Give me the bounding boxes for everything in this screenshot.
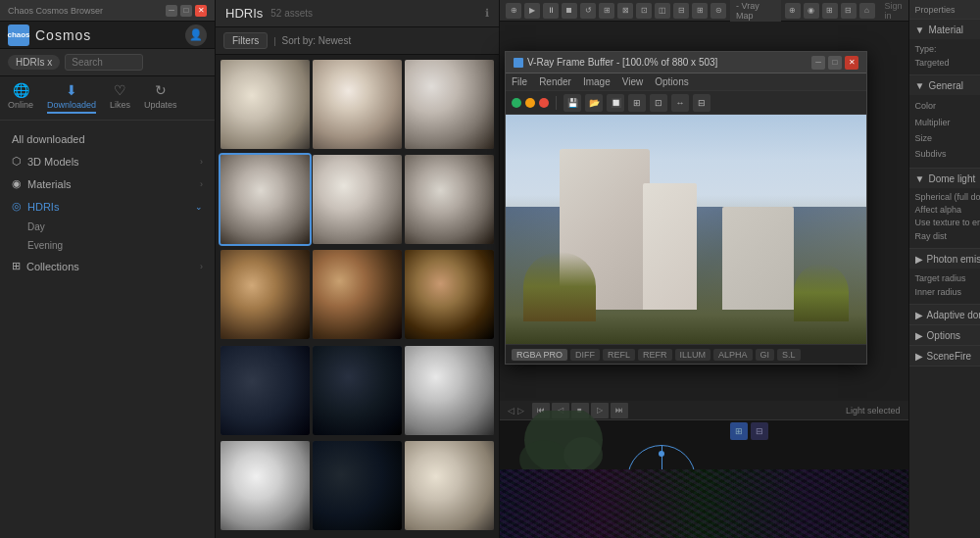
prop-dome-light-header[interactable]: ▼ Dome light (909, 169, 980, 188)
cosmos-tabs: 🌐 Online ⬇ Downloaded ♡ Likes ↻ Updates (0, 76, 215, 121)
hdri-item-selected[interactable] (220, 155, 310, 244)
sort-button[interactable]: Sort by: Newest (282, 35, 352, 46)
right-viewport-panel: ⊕ ▶ ⏸ ⏹ ↺ ⊞ ⊠ ⊡ ◫ ⊟ ⊞ ⊝ Collection - Vra… (500, 0, 908, 538)
vfb-maximize-button[interactable]: □ (828, 56, 842, 70)
prop-section-expand-icon: ▼ (915, 24, 925, 35)
phoenix-icon-9[interactable]: ◫ (655, 3, 670, 19)
viewport-btn-1[interactable]: ⊞ (730, 422, 748, 440)
hdri-item[interactable] (405, 346, 494, 435)
phoenix-right-icon-1[interactable]: ⊕ (785, 3, 801, 19)
channel-refr[interactable]: REFR (638, 349, 672, 361)
nav-sub-day[interactable]: Day (0, 218, 215, 236)
channel-alpha[interactable]: ALPHA (713, 349, 753, 361)
hdri-item[interactable] (220, 250, 310, 339)
hdri-item[interactable] (220, 60, 310, 149)
hdri-item[interactable] (313, 60, 402, 149)
vfb-tool-2[interactable]: 📂 (585, 94, 603, 112)
vfb-tool-4[interactable]: ⊞ (628, 94, 646, 112)
nav-3d-models[interactable]: ⬡ 3D Models › (0, 150, 215, 172)
nav-all-downloaded[interactable]: All downloaded (0, 128, 215, 150)
hdri-item[interactable] (220, 441, 310, 530)
vfb-menu-file[interactable]: File (512, 76, 527, 87)
channel-gi[interactable]: GI (756, 349, 775, 361)
vfb-tool-5[interactable]: ⊡ (650, 94, 667, 112)
prop-subdivs-row: Subdivs (915, 147, 980, 161)
hdris-toolbar: Filters | Sort by: Newest (216, 27, 499, 55)
sign-in-label[interactable]: Sign in (885, 1, 903, 21)
prop-dome-light-label: Dome light (928, 173, 975, 184)
cosmos-minimize-button[interactable]: ─ (166, 5, 177, 17)
hdri-item[interactable] (313, 155, 402, 244)
cosmos-close-button[interactable]: ✕ (195, 5, 207, 17)
phoenix-icon-8[interactable]: ⊡ (636, 3, 652, 19)
tab-likes[interactable]: ♡ Likes (110, 82, 130, 114)
vfb-menu-options[interactable]: Options (655, 76, 688, 87)
vfb-tool-6[interactable]: ↔ (671, 94, 689, 112)
cosmos-maximize-button[interactable]: □ (180, 5, 192, 17)
user-avatar[interactable]: 👤 (185, 24, 207, 46)
vfb-menu-render[interactable]: Render (539, 76, 571, 87)
prop-scenefire-header[interactable]: ▶ SceneFire (909, 346, 980, 366)
nav-materials[interactable]: ◉ Materials › (0, 172, 215, 195)
hdri-item[interactable] (220, 346, 310, 435)
vfb-tool-7[interactable]: ⊟ (693, 94, 710, 112)
vfb-menu-image[interactable]: Image (583, 76, 611, 87)
hdri-item[interactable] (405, 155, 494, 244)
prop-photon-header[interactable]: ▶ Photon emission (909, 249, 980, 269)
hdris-info-icon[interactable]: ℹ (485, 7, 489, 20)
phoenix-right-icon-5[interactable]: ⌂ (859, 3, 875, 19)
hdris-tag[interactable]: HDRIs x (8, 55, 60, 70)
prop-section-material-header[interactable]: ▼ Material (909, 20, 980, 39)
phoenix-icon-1[interactable]: ⊕ (506, 3, 521, 19)
prop-adaptive-header[interactable]: ▶ Adaptive dome (909, 305, 980, 324)
hdri-item[interactable] (405, 441, 494, 530)
prop-options-header[interactable]: ▶ Options (909, 325, 980, 345)
phoenix-icon-12[interactable]: ⊝ (710, 3, 726, 19)
phoenix-right-icon-3[interactable]: ⊞ (822, 3, 838, 19)
channel-illum[interactable]: ILLUM (675, 349, 711, 361)
tab-updates-label: Updates (144, 100, 177, 110)
phoenix-icon-4[interactable]: ⏹ (562, 3, 577, 19)
hdri-item[interactable] (405, 60, 494, 149)
phoenix-right-icon-4[interactable]: ⊟ (841, 3, 857, 19)
channel-sl[interactable]: S.L (777, 349, 801, 361)
phoenix-icon-5[interactable]: ↺ (580, 3, 596, 19)
vfb-close-button[interactable]: ✕ (845, 56, 858, 70)
tab-downloaded[interactable]: ⬇ Downloaded (47, 82, 96, 114)
filters-button[interactable]: Filters (223, 32, 268, 49)
nav-sub-evening-label: Evening (27, 240, 63, 251)
phoenix-icon-11[interactable]: ⊞ (692, 3, 708, 19)
hdri-item[interactable] (313, 346, 402, 435)
prop-scenefire-label: SceneFire (927, 351, 972, 362)
phoenix-icon-6[interactable]: ⊞ (599, 3, 614, 19)
vfb-tool-3[interactable]: 🔲 (607, 94, 624, 112)
phoenix-icon-3[interactable]: ⏸ (543, 3, 559, 19)
search-input[interactable] (65, 54, 143, 71)
hdri-sphere (313, 346, 402, 435)
tab-updates[interactable]: ↻ Updates (144, 82, 177, 114)
vfb-minimize-button[interactable]: ─ (811, 56, 825, 70)
hdri-item[interactable] (313, 441, 402, 530)
vfb-tool-1[interactable]: 💾 (564, 94, 581, 112)
hdri-item[interactable] (313, 250, 402, 339)
nav-collections[interactable]: ⊞ Collections › (0, 255, 215, 277)
viewport-btn-2[interactable]: ⊟ (751, 422, 768, 440)
online-icon: 🌐 (13, 82, 29, 98)
channel-refl[interactable]: REFL (603, 349, 635, 361)
channel-diff[interactable]: DIFF (570, 349, 600, 361)
phoenix-icon-10[interactable]: ⊟ (673, 3, 689, 19)
phoenix-icon-2[interactable]: ▶ (524, 3, 540, 19)
nav-sub-evening[interactable]: Evening (0, 236, 215, 255)
channel-rgba-pro[interactable]: RGBA PRO (512, 349, 567, 361)
tab-online[interactable]: 🌐 Online (8, 82, 33, 114)
nav-collections-label: Collections (26, 261, 79, 272)
hdri-item[interactable] (405, 250, 494, 339)
vfb-channels: RGBA PRO DIFF REFL REFR ILLUM ALPHA GI S… (512, 349, 801, 361)
prop-general-header[interactable]: ▼ General (909, 75, 980, 95)
properties-header: Properties Modifier List ▼ (909, 0, 980, 20)
vfb-render-area (506, 115, 866, 344)
phoenix-right-icon-2[interactable]: ◉ (804, 3, 819, 19)
nav-hdris[interactable]: ◎ HDRIs ⌄ (0, 195, 215, 218)
phoenix-icon-7[interactable]: ⊠ (617, 3, 633, 19)
vfb-menu-view[interactable]: View (622, 76, 644, 87)
